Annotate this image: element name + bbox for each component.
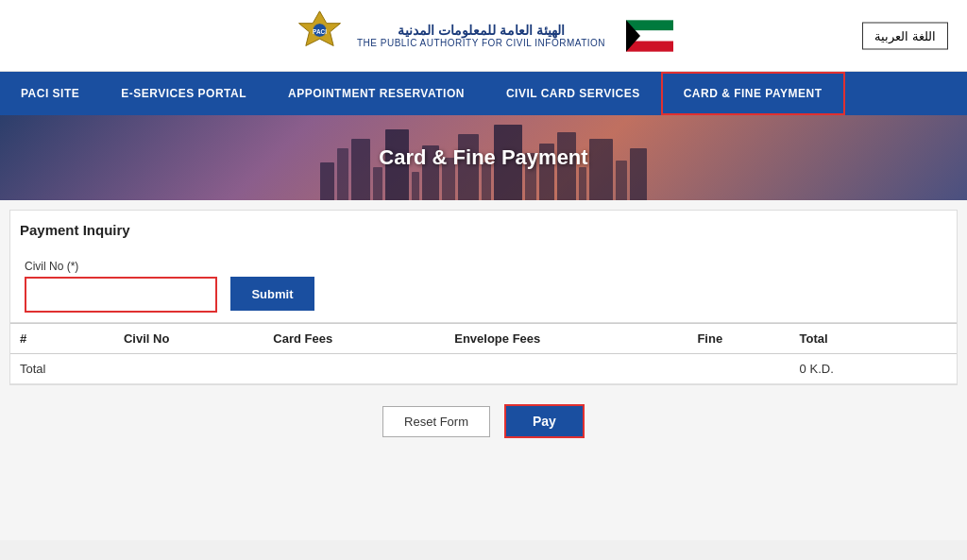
total-civil-no <box>114 354 263 384</box>
payment-table: # Civil No Card Fees Envelope Fees Fine … <box>10 323 957 384</box>
col-hash: # <box>10 324 114 354</box>
total-label: Total <box>10 354 114 384</box>
hero-banner: Card & Fine Payment <box>0 115 967 200</box>
kuwait-flag-icon <box>626 17 673 55</box>
nav-e-services[interactable]: E-SERVICES PORTAL <box>100 74 267 113</box>
payment-card: Payment Inquiry Civil No (*) Submit # Ci… <box>9 210 958 385</box>
section-title: Payment Inquiry <box>10 211 957 246</box>
main-content: Payment Inquiry Civil No (*) Submit # Ci… <box>0 200 967 540</box>
total-envelope-fees <box>445 354 687 384</box>
bottom-bar: Reset Form Pay <box>9 385 958 457</box>
total-action <box>913 354 957 384</box>
org-name-english: THE PUBLIC AUTHORITY FOR CIVIL INFORMATI… <box>357 38 605 48</box>
table-header-row: # Civil No Card Fees Envelope Fees Fine … <box>10 324 957 354</box>
logo-container: PACI الهيئة العامة للمعلومات المدنية THE… <box>294 9 673 61</box>
language-button[interactable]: اللغة العربية <box>862 22 948 49</box>
col-total: Total <box>790 324 913 354</box>
col-fine: Fine <box>687 324 789 354</box>
table-total-row: Total 0 K.D. <box>10 354 957 384</box>
header: PACI الهيئة العامة للمعلومات المدنية THE… <box>0 0 967 72</box>
civil-no-group: Civil No (*) <box>25 260 217 313</box>
svg-text:PACI: PACI <box>313 28 327 35</box>
submit-button[interactable]: Submit <box>230 277 314 311</box>
total-card-fees <box>263 354 445 384</box>
civil-no-wrapper <box>25 277 217 313</box>
total-value: 0 K.D. <box>790 354 913 384</box>
col-card-fees: Card Fees <box>263 324 445 354</box>
submit-group: Submit <box>230 260 314 311</box>
main-nav: PACI SITE E-SERVICES PORTAL APPOINTMENT … <box>0 72 967 115</box>
nav-card-fine[interactable]: CARD & FINE PAYMENT <box>661 72 845 115</box>
org-name-arabic: الهيئة العامة للمعلومات المدنية <box>357 23 605 38</box>
total-fine <box>687 354 789 384</box>
nav-civil-card[interactable]: CIVIL CARD SERVICES <box>485 74 661 113</box>
logo-text: الهيئة العامة للمعلومات المدنية THE PUBL… <box>357 23 605 48</box>
col-action <box>913 324 957 354</box>
col-envelope-fees: Envelope Fees <box>445 324 687 354</box>
nav-appointment[interactable]: APPOINTMENT RESERVATION <box>267 74 485 113</box>
civil-no-label: Civil No (*) <box>25 260 217 273</box>
payment-form: Civil No (*) Submit <box>10 246 957 323</box>
civil-no-input[interactable] <box>26 279 215 311</box>
total-currency: K.D. <box>809 362 833 376</box>
paci-emblem-icon: PACI <box>294 9 346 61</box>
col-civil-no: Civil No <box>114 324 263 354</box>
reset-button[interactable]: Reset Form <box>382 406 490 437</box>
hero-title: Card & Fine Payment <box>379 145 587 170</box>
nav-paci-site[interactable]: PACI SITE <box>0 74 100 113</box>
pay-button[interactable]: Pay <box>504 404 585 438</box>
total-amount: 0 <box>800 362 806 376</box>
